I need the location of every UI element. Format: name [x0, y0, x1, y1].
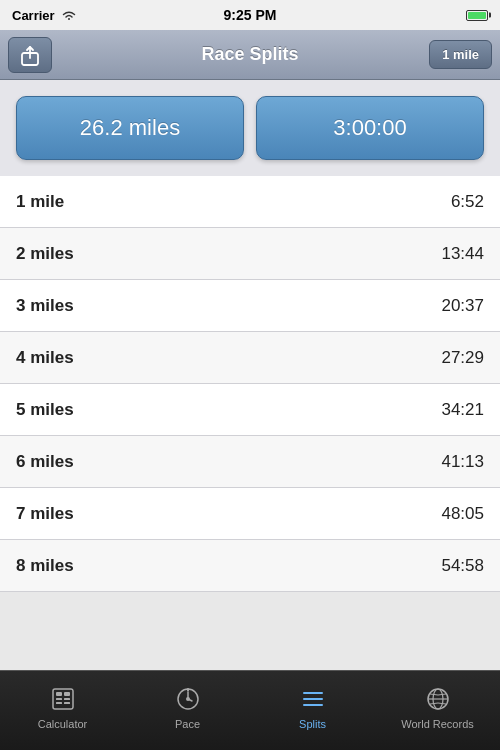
split-time: 27:29: [441, 348, 484, 368]
tab-splits[interactable]: Splits: [250, 671, 375, 750]
world-records-icon: [423, 684, 453, 714]
split-time: 41:13: [441, 452, 484, 472]
time-button[interactable]: 3:00:00: [256, 96, 484, 160]
split-row: 1 mile6:52: [0, 176, 500, 228]
splits-icon: [298, 684, 328, 714]
split-row: 7 miles48:05: [0, 488, 500, 540]
battery-fill: [468, 12, 486, 19]
tab-label-calculator: Calculator: [38, 718, 88, 730]
carrier-label: Carrier: [12, 8, 55, 23]
split-label: 4 miles: [16, 348, 74, 368]
svg-rect-6: [64, 698, 70, 700]
split-row: 5 miles34:21: [0, 384, 500, 436]
nav-bar: Race Splits 1 mile: [0, 30, 500, 80]
svg-rect-4: [64, 692, 70, 696]
split-label: 6 miles: [16, 452, 74, 472]
split-row: 8 miles54:58: [0, 540, 500, 592]
split-label: 1 mile: [16, 192, 64, 212]
calculator-icon: [48, 684, 78, 714]
status-bar-left: Carrier: [12, 8, 77, 23]
distance-button[interactable]: 26.2 miles: [16, 96, 244, 160]
battery-icon: [466, 10, 488, 21]
tab-bar: Calculator Pace Splits World Records: [0, 670, 500, 750]
split-time: 13:44: [441, 244, 484, 264]
pace-icon: [173, 684, 203, 714]
split-label: 7 miles: [16, 504, 74, 524]
split-row: 4 miles27:29: [0, 332, 500, 384]
svg-rect-7: [56, 702, 62, 704]
split-time: 54:58: [441, 556, 484, 576]
svg-rect-5: [56, 698, 62, 700]
svg-rect-3: [56, 692, 62, 696]
tab-calculator[interactable]: Calculator: [0, 671, 125, 750]
tab-label-splits: Splits: [299, 718, 326, 730]
nav-title: Race Splits: [201, 44, 298, 65]
status-bar: Carrier 9:25 PM: [0, 0, 500, 30]
button-row: 26.2 miles 3:00:00: [0, 80, 500, 176]
split-label: 5 miles: [16, 400, 74, 420]
split-row: 6 miles41:13: [0, 436, 500, 488]
share-button[interactable]: [8, 37, 52, 73]
status-bar-right: [466, 10, 488, 21]
status-bar-time: 9:25 PM: [224, 7, 277, 23]
split-row: 2 miles13:44: [0, 228, 500, 280]
split-time: 34:21: [441, 400, 484, 420]
split-label: 2 miles: [16, 244, 74, 264]
split-time: 20:37: [441, 296, 484, 316]
tab-label-pace: Pace: [175, 718, 200, 730]
tab-pace[interactable]: Pace: [125, 671, 250, 750]
unit-button[interactable]: 1 mile: [429, 40, 492, 69]
split-row: 3 miles20:37: [0, 280, 500, 332]
split-time: 48:05: [441, 504, 484, 524]
share-icon: [19, 44, 41, 66]
tab-label-world-records: World Records: [401, 718, 474, 730]
split-label: 8 miles: [16, 556, 74, 576]
wifi-icon: [61, 9, 77, 21]
splits-list: 1 mile6:522 miles13:443 miles20:374 mile…: [0, 176, 500, 592]
svg-rect-8: [64, 702, 70, 704]
split-time: 6:52: [451, 192, 484, 212]
tab-world-records[interactable]: World Records: [375, 671, 500, 750]
split-label: 3 miles: [16, 296, 74, 316]
